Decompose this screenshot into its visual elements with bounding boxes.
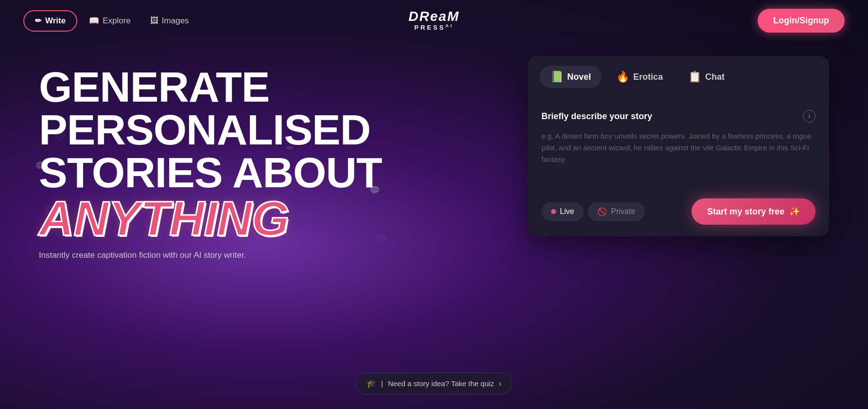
hero-section: GENERATE PERSONALISED STORIES ABOUT ANYT… — [39, 56, 508, 260]
story-card: 📗 Novel 🔥 Erotica 📋 Chat Briefly describ… — [528, 56, 829, 236]
write-icon: ✏ — [35, 16, 41, 25]
login-button[interactable]: Login/Signup — [758, 9, 845, 33]
sparkle-icon: ✨ — [789, 206, 800, 217]
story-textarea[interactable]: e.g. A desert farm boy unveils secret po… — [541, 130, 816, 179]
bottom-hint: 🎓 | Need a story idea? Take the quiz › — [355, 373, 512, 394]
card-tabs: 📗 Novel 🔥 Erotica 📋 Chat — [528, 56, 829, 96]
logo: DReaM PRESSAI — [409, 10, 460, 31]
nav-left: ✏ Write 📖 Explore 🖼 Images — [23, 10, 197, 32]
hint-separator: | — [381, 379, 383, 388]
images-label: Images — [162, 16, 189, 26]
info-button[interactable]: i — [803, 110, 816, 123]
images-icon: 🖼 — [150, 16, 158, 26]
live-dot — [551, 209, 556, 214]
images-button[interactable]: 🖼 Images — [142, 11, 197, 31]
start-story-button[interactable]: Start my story free ✨ — [692, 198, 816, 225]
private-button[interactable]: 🚫 Private — [588, 202, 645, 221]
tab-erotica-label: Erotica — [633, 72, 663, 82]
tab-novel[interactable]: 📗 Novel — [539, 66, 602, 88]
visibility-options: Live 🚫 Private — [541, 202, 645, 221]
private-label: Private — [611, 207, 635, 216]
write-button[interactable]: ✏ Write — [23, 10, 77, 32]
start-story-label: Start my story free — [707, 207, 784, 217]
explore-label: Explore — [103, 16, 131, 26]
nav-right: Login/Signup — [758, 9, 845, 33]
form-label: Briefly describe your story — [541, 111, 652, 122]
hero-title: GENERATE PERSONALISED STORIES ABOUT ANYT… — [39, 66, 508, 243]
navbar: ✏ Write 📖 Explore 🖼 Images DReaM PRESSAI… — [0, 0, 868, 41]
hint-text: Need a story idea? Take the quiz — [388, 379, 494, 388]
chat-icon: 📋 — [688, 71, 701, 83]
card-footer: Live 🚫 Private Start my story free ✨ — [528, 191, 829, 236]
logo-sub: PRESSAI — [409, 23, 460, 31]
hero-subtitle: Instantly create captivation fiction wit… — [39, 250, 508, 260]
erotica-icon: 🔥 — [616, 71, 629, 83]
hint-icon: 🎓 — [366, 379, 376, 388]
logo-text: DReaM — [409, 10, 460, 23]
hero-line-1: GENERATE — [39, 66, 508, 108]
chevron-right-icon: › — [499, 379, 501, 388]
explore-button[interactable]: 📖 Explore — [81, 11, 139, 31]
tab-chat[interactable]: 📋 Chat — [677, 66, 735, 88]
hero-highlight: ANYTHING — [39, 194, 508, 243]
live-label: Live — [560, 207, 574, 216]
private-icon: 🚫 — [597, 207, 607, 216]
explore-icon: 📖 — [89, 16, 99, 26]
novel-icon: 📗 — [550, 71, 563, 83]
tab-novel-label: Novel — [567, 72, 591, 82]
main-content: GENERATE PERSONALISED STORIES ABOUT ANYT… — [0, 41, 868, 260]
form-label-row: Briefly describe your story i — [541, 110, 816, 123]
hero-line-3: STORIES ABOUT — [39, 151, 508, 194]
hint-pill[interactable]: 🎓 | Need a story idea? Take the quiz › — [355, 373, 512, 394]
card-body: Briefly describe your story i e.g. A des… — [528, 96, 829, 191]
hero-line-2: PERSONALISED — [39, 108, 508, 151]
tab-erotica[interactable]: 🔥 Erotica — [606, 66, 674, 88]
info-icon: i — [808, 112, 810, 120]
write-label: Write — [45, 16, 66, 26]
tab-chat-label: Chat — [705, 72, 725, 82]
live-button[interactable]: Live — [541, 202, 584, 221]
